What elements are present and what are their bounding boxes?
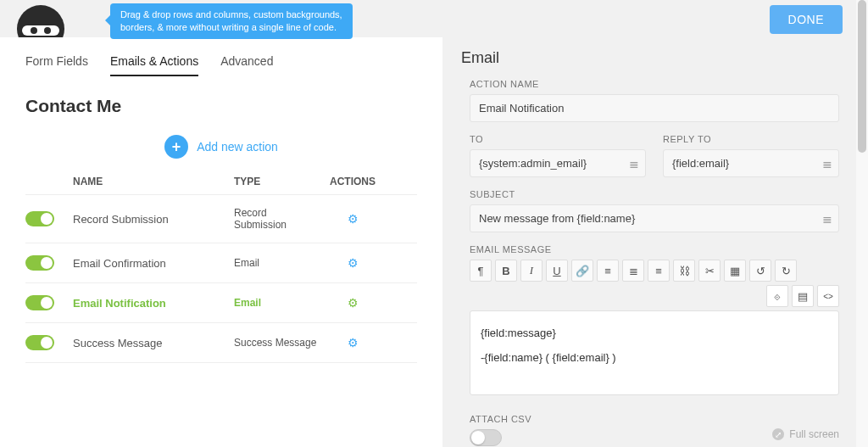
unordered-list-icon[interactable]: ≣ xyxy=(622,260,644,282)
plus-icon[interactable]: + xyxy=(164,135,188,159)
gear-icon[interactable]: ⚙ xyxy=(348,296,359,310)
done-button[interactable]: DONE xyxy=(770,5,843,34)
subject-label: SUBJECT xyxy=(470,189,839,199)
link-icon[interactable]: 🔗 xyxy=(571,260,593,282)
list-icon[interactable]: ≣ xyxy=(629,157,639,170)
col-type: TYPE xyxy=(234,176,319,187)
gear-icon[interactable]: ⚙ xyxy=(348,256,359,270)
list-icon[interactable]: ≣ xyxy=(822,157,832,170)
left-panel: Form Fields Emails & Actions Advanced Co… xyxy=(0,37,442,447)
align-icon[interactable]: ≡ xyxy=(648,260,670,282)
promo-tooltip: Drag & drop rows and columns, custom bac… xyxy=(110,3,353,39)
col-actions: ACTIONS xyxy=(319,176,387,187)
embed-icon[interactable]: ⟐ xyxy=(766,285,788,307)
action-name-label: ACTION NAME xyxy=(461,79,839,89)
scrollbar-thumb[interactable] xyxy=(858,0,866,153)
row-name: Success Message xyxy=(73,337,234,349)
actions-table: NAME TYPE ACTIONS Record Submission Reco… xyxy=(0,167,442,363)
editor-toolbar-right: ⟐ ▤ <> xyxy=(470,285,839,307)
fullscreen-button[interactable]: ⤢ Full screen xyxy=(772,428,839,440)
message-line: {field:message} xyxy=(481,323,828,343)
underline-icon[interactable]: U xyxy=(546,260,568,282)
reply-to-input[interactable] xyxy=(663,149,839,177)
table-row[interactable]: Email Confirmation Email ⚙ xyxy=(25,243,417,283)
list-icon[interactable]: ≣ xyxy=(822,212,832,226)
tab-emails-actions[interactable]: Emails & Actions xyxy=(110,49,198,76)
toggle[interactable] xyxy=(25,211,54,226)
subject-input[interactable] xyxy=(470,204,839,232)
email-message-label: EMAIL MESSAGE xyxy=(470,244,839,254)
to-input[interactable] xyxy=(470,149,646,177)
paragraph-icon[interactable]: ¶ xyxy=(470,260,492,282)
italic-icon[interactable]: I xyxy=(520,260,542,282)
code-icon[interactable]: <> xyxy=(817,285,839,307)
table-row[interactable]: Record Submission Record Submission ⚙ xyxy=(25,195,417,243)
tab-advanced[interactable]: Advanced xyxy=(220,49,273,76)
tooltip-line1: Drag & drop rows and columns, custom bac… xyxy=(120,9,342,20)
attach-csv-label: ATTACH CSV xyxy=(470,414,839,424)
col-name: NAME xyxy=(73,176,234,187)
row-name: Email Notification xyxy=(73,297,234,310)
tabs: Form Fields Emails & Actions Advanced xyxy=(0,49,442,77)
editor-toolbar: ¶ B I U 🔗 ≡ ≣ ≡ ⛓ ✂ ▦ ↺ ↻ xyxy=(470,260,839,282)
scrollbar[interactable] xyxy=(856,0,868,447)
toggle[interactable] xyxy=(25,295,54,310)
email-message-editor[interactable]: {field:message} -{field:name} ( {field:e… xyxy=(470,310,839,395)
chain-icon[interactable]: ⛓ xyxy=(673,260,695,282)
row-name: Email Confirmation xyxy=(73,257,234,270)
message-line: -{field:name} ( {field:email} ) xyxy=(481,348,828,367)
row-name: Record Submission xyxy=(73,213,234,226)
table-icon[interactable]: ▦ xyxy=(724,260,746,282)
table-header: NAME TYPE ACTIONS xyxy=(25,167,417,195)
unlink-icon[interactable]: ✂ xyxy=(698,260,721,282)
tooltip-line2: borders, & more without writing a single… xyxy=(120,22,337,32)
row-type: Email xyxy=(234,257,319,269)
right-panel: Email ACTION NAME TO ≣ REPLY TO ≣ xyxy=(442,37,868,447)
gear-icon[interactable]: ⚙ xyxy=(348,336,359,349)
add-action-label[interactable]: Add new action xyxy=(197,140,278,154)
toggle[interactable] xyxy=(25,255,54,271)
row-type: Record Submission xyxy=(234,207,319,231)
table-row[interactable]: Success Message Success Message ⚙ xyxy=(25,323,417,363)
add-action-row[interactable]: + Add new action xyxy=(0,123,442,167)
table-row[interactable]: Email Notification Email ⚙ xyxy=(25,283,417,323)
row-type: Email xyxy=(234,297,319,309)
redo-icon[interactable]: ↻ xyxy=(775,260,797,282)
to-label: TO xyxy=(470,134,646,144)
page-title: Contact Me xyxy=(0,77,442,123)
gear-icon[interactable]: ⚙ xyxy=(348,212,359,226)
tab-form-fields[interactable]: Form Fields xyxy=(25,49,88,76)
ordered-list-icon[interactable]: ≡ xyxy=(597,260,619,282)
undo-icon[interactable]: ↺ xyxy=(749,260,771,282)
bold-icon[interactable]: B xyxy=(495,260,517,282)
fullscreen-label: Full screen xyxy=(789,428,839,440)
panel-title: Email xyxy=(461,49,839,67)
grid-icon[interactable]: ▤ xyxy=(792,285,814,307)
toggle[interactable] xyxy=(25,335,54,350)
svg-rect-1 xyxy=(22,25,59,36)
svg-point-3 xyxy=(44,27,51,34)
expand-icon: ⤢ xyxy=(772,428,784,440)
row-type: Success Message xyxy=(234,337,319,349)
header: Drag & drop rows and columns, custom bac… xyxy=(0,0,868,37)
svg-point-2 xyxy=(31,27,37,34)
attach-csv-toggle[interactable] xyxy=(470,429,502,446)
reply-to-label: REPLY TO xyxy=(663,134,839,144)
action-name-input[interactable] xyxy=(470,94,839,122)
ninja-logo xyxy=(15,0,66,37)
